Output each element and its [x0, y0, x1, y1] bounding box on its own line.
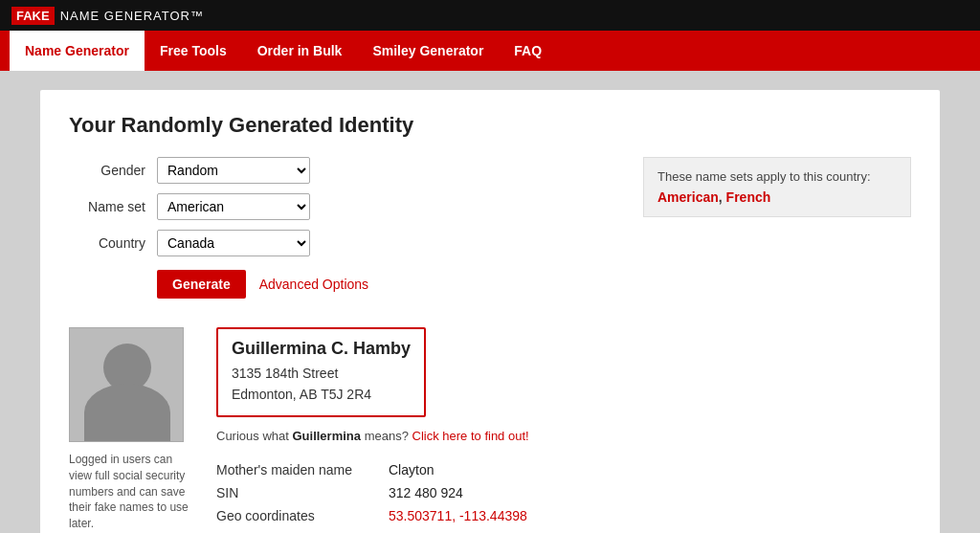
silhouette-body [84, 384, 170, 441]
mother-label: Mother's maiden name [216, 458, 389, 481]
gender-label: Gender [69, 163, 145, 178]
top-bar: FAKE NAME GENERATOR™ [0, 0, 980, 31]
result-address: 3135 184th Street Edmonton, AB T5J 2R4 [232, 363, 411, 406]
nameset-links: American, French [657, 189, 897, 205]
name-meaning-link[interactable]: Click here to find out! [412, 429, 529, 443]
result-column: Guillermina C. Hamby 3135 184th Street E… [216, 327, 911, 533]
logo-fake: FAKE [11, 7, 55, 25]
address-line1: 3135 184th Street [232, 366, 338, 381]
mother-value: Clayton [389, 458, 911, 481]
geo-value: 53.503711, -113.44398 [389, 504, 911, 527]
main-wrapper: Your Randomly Generated Identity Gender … [0, 71, 980, 533]
form-left: Gender Random Male Female Name set Ameri… [69, 157, 605, 299]
nameset-info-text: These name sets apply to this country: [657, 169, 897, 184]
nav-smiley-generator[interactable]: Smiley Generator [357, 31, 499, 71]
avatar-column: Logged in users can view full social sec… [69, 327, 193, 533]
gender-row: Gender Random Male Female [69, 157, 605, 184]
geo-label: Geo coordinates [216, 504, 389, 527]
nameset-sep: , [719, 189, 726, 205]
nav-name-generator[interactable]: Name Generator [10, 31, 145, 71]
result-section: Logged in users can view full social sec… [69, 327, 911, 533]
avatar-image [69, 327, 184, 442]
name-box: Guillermina C. Hamby 3135 184th Street E… [216, 327, 426, 417]
form-section: Gender Random Male Female Name set Ameri… [69, 157, 911, 299]
nav-bar: Name Generator Free Tools Order in Bulk … [0, 31, 980, 71]
content-card: Your Randomly Generated Identity Gender … [40, 90, 940, 533]
country-label: Country [69, 235, 145, 251]
country-select[interactable]: Canada United States [157, 230, 310, 256]
btn-row: Generate Advanced Options [69, 270, 605, 299]
result-name: Guillermina C. Hamby [232, 339, 411, 359]
sin-value: 312 480 924 [389, 481, 911, 504]
geo-link[interactable]: 53.503711, -113.44398 [389, 508, 527, 523]
name-meaning: Curious what Guillermina means? Click he… [216, 429, 911, 443]
silhouette [70, 327, 183, 441]
meaning-suffix: means? [361, 429, 409, 443]
nav-free-tools[interactable]: Free Tools [145, 31, 242, 71]
advanced-options-link[interactable]: Advanced Options [259, 277, 368, 292]
nameset-american-link[interactable]: American [657, 189, 719, 205]
nameset-french-link[interactable]: French [726, 189, 771, 205]
gender-select[interactable]: Random Male Female [157, 157, 310, 184]
nav-faq[interactable]: FAQ [499, 31, 557, 71]
nav-order-bulk[interactable]: Order in Bulk [242, 31, 358, 71]
address-line2: Edmonton, AB T5J 2R4 [232, 387, 371, 402]
page-title: Your Randomly Generated Identity [69, 113, 911, 138]
nameset-info-box: These name sets apply to this country: A… [643, 157, 911, 217]
country-row: Country Canada United States [69, 230, 605, 256]
generate-button[interactable]: Generate [157, 270, 246, 299]
nameset-row: Name set American French [69, 193, 605, 220]
avatar-note: Logged in users can view full social sec… [69, 452, 193, 532]
mother-row: Mother's maiden name Clayton [216, 458, 911, 481]
nameset-label: Name set [69, 199, 145, 214]
nameset-select[interactable]: American French [157, 193, 310, 220]
sin-label: SIN [216, 481, 389, 504]
sin-row: SIN 312 480 924 [216, 481, 911, 504]
meaning-prefix: Curious what [216, 429, 292, 443]
meaning-name: Guillermina [292, 429, 361, 443]
detail-table: Mother's maiden name Clayton SIN 312 480… [216, 458, 911, 527]
geo-row: Geo coordinates 53.503711, -113.44398 [216, 504, 911, 527]
logo-text: NAME GENERATOR™ [60, 9, 204, 23]
